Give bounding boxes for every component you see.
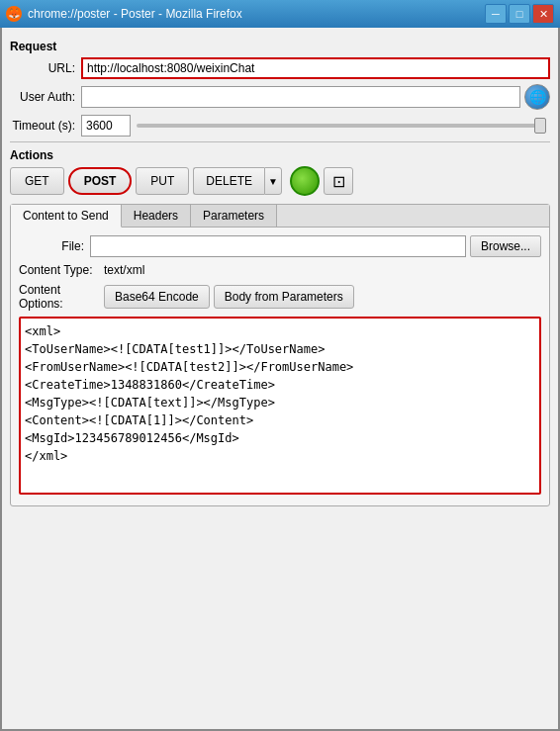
content-options-row: Content Options: Base64 Encode Body from…	[19, 283, 541, 311]
tab-headers[interactable]: Headers	[122, 205, 191, 227]
window-controls: ─ □ ✕	[485, 4, 554, 24]
settings-button[interactable]: ⊡	[324, 167, 353, 195]
divider-1	[10, 141, 550, 142]
file-input[interactable]	[90, 235, 466, 257]
content-type-row: Content Type: text/xml	[19, 263, 541, 277]
file-row: File: Browse...	[19, 235, 541, 257]
delete-dropdown-arrow[interactable]: ▼	[264, 167, 282, 195]
actions-row: GET POST PUT DELETE ▼ ⊡	[10, 166, 550, 196]
browse-button[interactable]: Browse...	[470, 235, 541, 257]
timeout-slider-thumb[interactable]	[534, 118, 546, 134]
minimize-button[interactable]: ─	[485, 4, 507, 24]
tab-content-to-send[interactable]: Content to Send	[11, 205, 122, 228]
window-title: chrome://poster - Poster - Mozilla Firef…	[28, 7, 485, 21]
delete-button-group: DELETE ▼	[193, 167, 282, 195]
tab-parameters[interactable]: Parameters	[191, 205, 277, 227]
maximize-button[interactable]: □	[509, 4, 530, 24]
actions-section-label: Actions	[10, 148, 550, 162]
close-button[interactable]: ✕	[532, 4, 554, 24]
timeout-input[interactable]	[81, 115, 131, 137]
body-textarea[interactable]: <xml> <ToUserName><![CDATA[test1]]></ToU…	[19, 317, 541, 495]
post-button[interactable]: POST	[68, 167, 133, 195]
titlebar: 🦊 chrome://poster - Poster - Mozilla Fir…	[0, 0, 560, 28]
timeout-label: Timeout (s):	[10, 119, 81, 133]
file-label: File:	[19, 239, 90, 253]
tab-panel: Content to Send Headers Parameters File:…	[10, 204, 550, 506]
content-options-label: Content Options:	[19, 283, 104, 311]
base64-encode-button[interactable]: Base64 Encode	[104, 285, 210, 309]
body-from-params-button[interactable]: Body from Parameters	[214, 285, 354, 309]
tab-content-area: File: Browse... Content Type: text/xml C…	[11, 228, 549, 505]
url-input[interactable]	[81, 57, 550, 79]
get-button[interactable]: GET	[10, 167, 64, 195]
timeout-slider-track[interactable]	[137, 124, 546, 128]
request-section-label: Request	[10, 40, 550, 53]
url-label: URL:	[10, 61, 81, 75]
user-auth-input[interactable]	[81, 86, 520, 108]
delete-button[interactable]: DELETE	[193, 167, 264, 195]
timeout-row: Timeout (s):	[10, 115, 550, 137]
user-auth-row: User Auth: 🌐	[10, 84, 550, 110]
content-type-label: Content Type:	[19, 263, 104, 277]
put-button[interactable]: PUT	[136, 167, 189, 195]
tab-bar: Content to Send Headers Parameters	[11, 205, 549, 228]
main-window: Request URL: User Auth: 🌐 Timeout (s): A…	[0, 28, 560, 731]
content-type-value: text/xml	[104, 263, 144, 277]
go-button[interactable]	[290, 166, 320, 196]
globe-icon[interactable]: 🌐	[524, 84, 550, 110]
url-row: URL:	[10, 57, 550, 79]
user-auth-label: User Auth:	[10, 90, 81, 104]
firefox-icon: 🦊	[6, 6, 22, 22]
